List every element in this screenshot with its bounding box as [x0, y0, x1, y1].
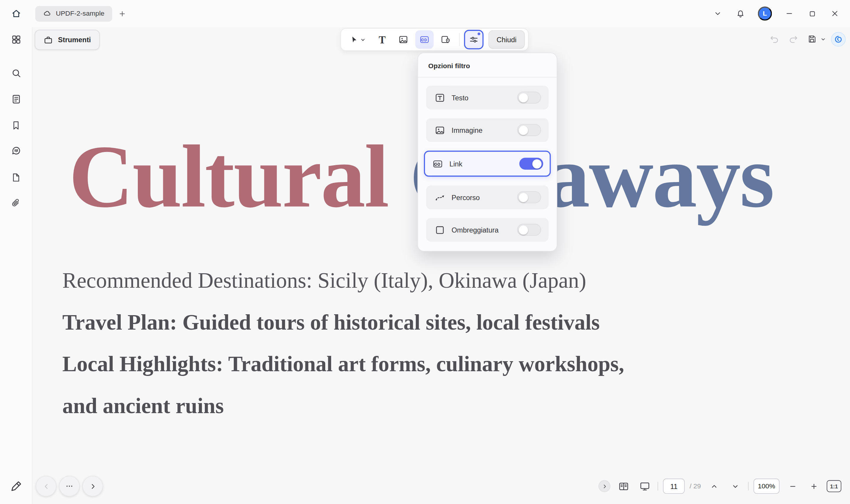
page-up-button[interactable]	[706, 478, 722, 494]
chevron-down-icon	[820, 36, 826, 42]
main-toolbar: T Chiudi	[340, 28, 528, 51]
plus-icon	[810, 482, 818, 490]
page-down-button[interactable]	[727, 478, 743, 494]
link-card-icon	[419, 34, 430, 45]
search-icon	[11, 68, 21, 79]
title-part-rose: Cultural	[69, 127, 409, 226]
shading-icon	[434, 224, 445, 236]
text-tool-button[interactable]: T	[373, 30, 391, 49]
notifications-button[interactable]	[729, 4, 751, 23]
minus-icon	[789, 482, 797, 490]
sidebar-item-annotations[interactable]	[7, 141, 25, 160]
page-number-input[interactable]	[663, 479, 685, 494]
location-pin-icon	[440, 34, 451, 45]
save-button[interactable]	[803, 30, 821, 48]
filter-row-link[interactable]: Link	[424, 151, 551, 177]
page-total-label: / 29	[690, 483, 701, 490]
filter-panel-title: Opzioni filtro	[418, 53, 557, 77]
toggle-knob	[519, 193, 528, 202]
strumenti-button[interactable]: Strumenti	[35, 30, 100, 50]
next-page-button[interactable]	[82, 476, 103, 497]
filter-row-label: Link	[450, 160, 463, 168]
chevron-left-icon	[42, 482, 50, 490]
statusbar: / 29 100% 1:1	[599, 476, 842, 497]
link-card-icon	[432, 158, 443, 169]
reading-layout-button[interactable]	[615, 478, 632, 494]
ai-assistant-button[interactable]	[831, 32, 846, 46]
pin-tool-button[interactable]	[436, 30, 455, 49]
chevron-down-icon	[731, 482, 739, 490]
chevron-right-icon	[601, 483, 608, 489]
sidebar-item-attachments[interactable]	[7, 194, 25, 212]
undo-icon	[769, 34, 779, 44]
user-avatar[interactable]: L	[758, 6, 772, 21]
titlebar-right: L	[707, 4, 850, 23]
collapse-toolbar-button[interactable]	[707, 4, 728, 23]
maximize-icon	[808, 10, 816, 18]
sidebar-item-file[interactable]	[7, 168, 25, 186]
save-icon	[807, 34, 817, 44]
image-tool-button[interactable]	[394, 30, 412, 49]
chiudi-button[interactable]: Chiudi	[488, 30, 525, 49]
document-tab[interactable]: UPDF-2-sample	[35, 6, 112, 21]
expand-statusbar-button[interactable]	[599, 480, 610, 492]
actual-size-button[interactable]: 1:1	[827, 480, 842, 492]
minimize-button[interactable]	[779, 4, 800, 23]
comment-icon	[11, 145, 21, 156]
sidebar-item-bookmarks[interactable]	[7, 116, 25, 134]
toggle-testo[interactable]	[517, 91, 541, 103]
toggle-percorso[interactable]	[517, 191, 541, 203]
app-window: UPDF-2-sample L	[0, 0, 850, 504]
toggle-knob	[519, 125, 528, 134]
toggle-link[interactable]	[520, 158, 543, 169]
close-button[interactable]	[824, 4, 846, 23]
undo-button[interactable]	[765, 30, 783, 48]
zoom-in-button[interactable]	[806, 478, 822, 494]
select-tool-button[interactable]	[344, 30, 370, 49]
document-line: and ancient ruins	[62, 385, 624, 426]
home-icon	[11, 8, 22, 19]
zoom-out-button[interactable]	[784, 478, 801, 494]
filter-row-percorso[interactable]: Percorso	[426, 185, 549, 209]
toggle-immagine[interactable]	[517, 124, 541, 136]
home-button[interactable]	[8, 5, 25, 22]
sidebar-item-thumbnails[interactable]	[7, 90, 25, 108]
toggle-knob	[519, 225, 528, 234]
paperclip-icon	[11, 197, 21, 208]
toggle-ombreggiatura[interactable]	[517, 224, 541, 236]
panel-divider	[418, 77, 557, 78]
pages-icon	[11, 94, 21, 105]
presentation-button[interactable]	[637, 478, 653, 494]
prev-page-button[interactable]	[36, 476, 56, 497]
save-options-button[interactable]	[819, 30, 827, 48]
more-pages-button[interactable]	[59, 476, 80, 497]
filter-row-immagine[interactable]: Immagine	[426, 118, 549, 142]
tools-icon	[43, 35, 53, 44]
more-dots-icon	[65, 482, 73, 490]
filter-row-label: Testo	[452, 93, 468, 102]
file-icon	[11, 172, 21, 182]
filter-row-ombreggiatura[interactable]: Ombreggiatura	[426, 218, 549, 242]
history-save-toolbar	[765, 30, 846, 48]
zoom-level-button[interactable]: 100%	[754, 479, 779, 494]
chevron-right-icon	[89, 482, 97, 490]
left-sidebar	[0, 27, 33, 504]
toolbar-divider	[459, 33, 460, 46]
new-tab-button[interactable]	[115, 6, 130, 21]
maximize-button[interactable]	[801, 4, 823, 23]
sidebar-item-signature[interactable]	[7, 477, 25, 495]
sidebar-item-panels[interactable]	[7, 30, 25, 49]
sidebar-item-search[interactable]	[7, 64, 25, 82]
redo-icon	[788, 34, 798, 44]
filter-badge-dot	[477, 33, 480, 35]
filter-row-testo[interactable]: Testo	[426, 86, 549, 109]
document-line: Local Highlights: Traditional art forms,…	[62, 343, 624, 385]
redo-button[interactable]	[784, 30, 802, 48]
pen-nib-icon	[10, 480, 22, 493]
link-tool-button[interactable]	[415, 30, 434, 49]
image-icon	[398, 34, 409, 45]
close-icon	[831, 9, 839, 18]
page-nav-left	[36, 476, 103, 497]
filter-options-button[interactable]	[464, 30, 484, 49]
cursor-icon	[349, 35, 359, 45]
